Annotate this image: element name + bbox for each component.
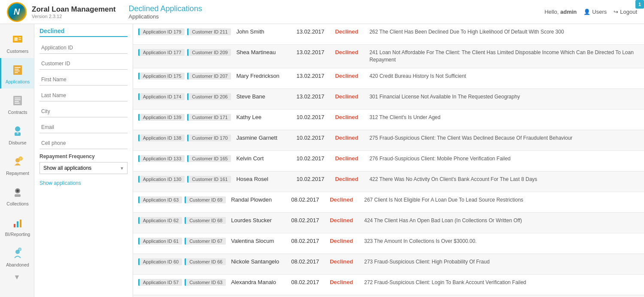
abandoned-icon: ? (10, 245, 25, 261)
first-name-input[interactable] (39, 74, 128, 86)
app-name: Valentina Slocum (231, 238, 291, 244)
last-name-input[interactable] (39, 90, 128, 101)
table-row[interactable]: Application ID 174 Customer ID 206 Steve… (133, 89, 644, 110)
sidebar-item-abandoned[interactable]: ? Abandoned (0, 241, 34, 272)
users-link[interactable]: 👤 Users (583, 9, 607, 15)
sidebar-item-contracts[interactable]: Contracts (0, 89, 34, 119)
app-id-badge: Application ID 174 (138, 93, 185, 100)
cust-id-badge: Customer ID 63 (185, 279, 226, 286)
table-row[interactable]: Application ID 175 Customer ID 207 Mary … (133, 68, 644, 89)
app-id-badge: Application ID 133 (138, 155, 185, 162)
app-id-badge: Application ID 130 (138, 176, 185, 183)
table-row[interactable]: Application ID 57 Customer ID 63 Alexand… (133, 275, 644, 295)
logout-link[interactable]: ↪ Logout (614, 9, 637, 15)
app-reason: 272 Fraud-Suspicious Client: Login To Ba… (364, 279, 639, 286)
cust-id-badge: Customer ID 161 (187, 176, 231, 183)
sidebar-label-customers: Customers (7, 49, 29, 54)
app-status: Declined (330, 279, 364, 285)
app-name: Mary Fredrickson (236, 73, 296, 79)
app-status: Declined (330, 217, 364, 224)
table-row[interactable]: Application ID 60 Customer ID 66 Nickole… (133, 254, 644, 275)
app-reason: 424 The Client Has An Open Bad Loan (In … (364, 217, 639, 224)
sidebar-label-abandoned: Abandoned (6, 262, 29, 267)
application-id-input[interactable] (39, 42, 128, 54)
logout-icon: ↪ (614, 9, 618, 15)
table-row[interactable]: Application ID 138 Customer ID 170 Jasmi… (133, 130, 644, 151)
sidebar-item-customers[interactable]: Customers (0, 28, 34, 58)
customer-id-input[interactable] (39, 58, 128, 70)
notification-badge[interactable]: 1 (635, 0, 644, 9)
app-reason: 262 The Client Has Been Declined Due To … (369, 28, 639, 36)
svg-point-21 (16, 190, 19, 192)
table-row[interactable]: Application ID 61 Customer ID 67 Valenti… (133, 233, 644, 254)
svg-rect-4 (13, 65, 22, 75)
bi-reporting-icon (10, 215, 25, 230)
repayment-freq-select[interactable]: Show all applications Weekly Bi-weekly M… (39, 162, 128, 174)
sidebar-item-collections[interactable]: Collections (0, 180, 34, 211)
app-name: Lourdes Stucker (231, 217, 291, 224)
content-area: Application ID 179 Customer ID 211 John … (133, 24, 644, 297)
sidebar-label-collections: Collections (6, 201, 28, 206)
app-date: 13.02.2017 (296, 49, 335, 55)
sidebar-label-applications: Applications (6, 79, 30, 84)
filter-section-title: Declined (39, 28, 128, 37)
table-row[interactable]: Application ID 179 Customer ID 211 John … (133, 24, 644, 45)
header: N Zoral Loan Management Version 2.3.12 D… (0, 0, 644, 24)
svg-text:$: $ (17, 131, 19, 135)
app-status: Declined (335, 176, 369, 182)
app-date: 10.02.2017 (296, 176, 335, 182)
app-id-badge: Application ID 179 (138, 28, 185, 35)
app-date: 08.02.2017 (291, 217, 330, 224)
repayment-icon: ! (10, 154, 25, 169)
cust-id-badge: Customer ID 206 (187, 93, 231, 100)
app-id-badge: Application ID 63 (138, 196, 182, 203)
app-name: Steve Bane (236, 93, 296, 100)
app-date: 08.02.2017 (291, 279, 330, 285)
cust-id-badge: Customer ID 67 (185, 238, 226, 245)
svg-rect-9 (13, 96, 22, 105)
app-date: 08.02.2017 (291, 258, 330, 265)
sidebar-expand-arrow[interactable]: ▼ (14, 273, 21, 281)
svg-rect-8 (15, 72, 18, 73)
cell-phone-input[interactable] (39, 138, 128, 149)
repayment-freq-label: Repayment Frequency (39, 153, 128, 159)
logo: N (7, 2, 27, 22)
table-row[interactable]: Application ID 56 Customer ID 62 Phillip… (133, 295, 644, 297)
table-row[interactable]: Application ID 177 Customer ID 209 Shea … (133, 45, 644, 68)
svg-rect-25 (20, 220, 21, 227)
app-status: Declined (335, 93, 369, 100)
table-row[interactable]: Application ID 63 Customer ID 69 Randal … (133, 192, 644, 213)
app-id-badge: Application ID 175 (138, 73, 185, 80)
customers-icon (10, 32, 25, 47)
sidebar-item-applications[interactable]: Applications (0, 58, 34, 89)
table-row[interactable]: Application ID 139 Customer ID 171 Kathy… (133, 110, 644, 130)
svg-rect-22 (15, 194, 21, 197)
table-row[interactable]: Application ID 130 Customer ID 161 Hosea… (133, 171, 644, 192)
email-input[interactable] (39, 122, 128, 133)
table-row[interactable]: Application ID 62 Customer ID 68 Lourdes… (133, 213, 644, 233)
app-id-badge: Application ID 177 (138, 49, 185, 56)
sidebar-item-disburse[interactable]: $ Disburse (0, 119, 34, 150)
sidebar-item-bi-reporting[interactable]: BI/Reporting (0, 211, 34, 241)
app-id-badge: Application ID 57 (138, 279, 182, 286)
app-name: Alexandra Manalo (231, 279, 291, 285)
table-row[interactable]: Application ID 133 Customer ID 165 Kelvi… (133, 151, 644, 171)
app-status: Declined (335, 49, 369, 55)
app-id-badge: Application ID 60 (138, 258, 182, 265)
svg-rect-7 (15, 70, 20, 71)
app-status: Declined (330, 196, 364, 203)
app-reason: 323 The Amount In Collections Is Over $3… (364, 238, 639, 245)
header-right: Hello, admin 👤 Users ↪ Logout (544, 9, 637, 15)
app-date: 13.02.2017 (296, 73, 335, 79)
app-id-badge: Application ID 61 (138, 238, 182, 245)
show-applications-button[interactable]: Show applications (39, 178, 128, 188)
svg-rect-1 (14, 37, 18, 41)
sidebar-item-repayment[interactable]: ! Repayment (0, 150, 34, 180)
logo-letter: N (14, 7, 20, 17)
users-icon: 👤 (583, 9, 590, 15)
cust-id-badge: Customer ID 170 (187, 135, 231, 141)
app-reason: 301 Financial License Not Available In T… (369, 93, 639, 101)
svg-text:!: ! (20, 157, 21, 160)
app-date: 08.02.2017 (291, 196, 330, 203)
city-input[interactable] (39, 106, 128, 117)
